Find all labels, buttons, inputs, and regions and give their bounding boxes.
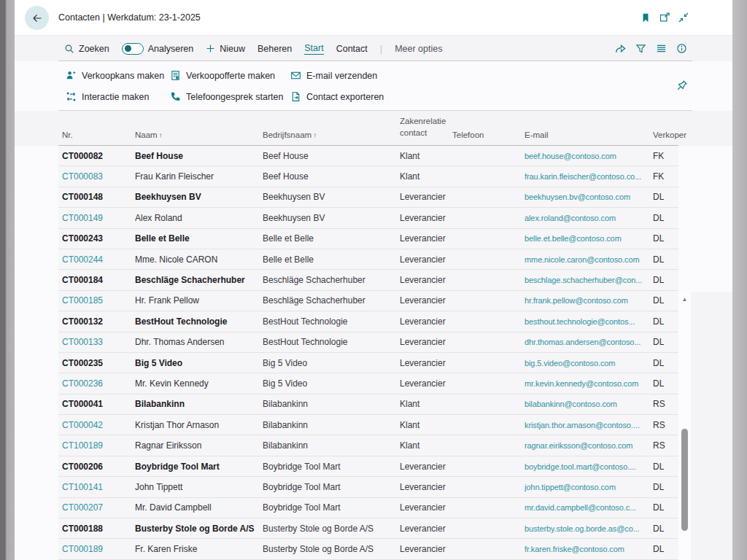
row-nr-link[interactable]: CT000148	[62, 187, 131, 207]
row-nr-link[interactable]: CT000188	[62, 518, 131, 538]
manage-menu[interactable]: Beheren	[258, 44, 292, 54]
create-opportunity-icon	[66, 70, 77, 81]
table-row[interactable]: CT000207 Mr. David Campbell Boybridge To…	[58, 498, 678, 518]
bookmark-icon[interactable]	[640, 12, 651, 23]
search-button[interactable]: Zoeken	[64, 44, 109, 54]
table-row[interactable]: CT000083 Frau Karin Fleischer Beef House…	[58, 166, 678, 187]
table-row[interactable]: CT000206 Boybridge Tool Mart Boybridge T…	[58, 456, 678, 477]
collapse-icon[interactable]	[678, 12, 689, 23]
pushpin-icon[interactable]	[676, 79, 689, 92]
tab-start[interactable]: Start	[304, 43, 323, 55]
row-nr-link[interactable]: CT000243	[62, 229, 131, 249]
start-phone-call-button[interactable]: Telefoongesprek starten	[170, 91, 290, 102]
row-email-link[interactable]: beekhuysen.bv@contoso.com	[525, 187, 651, 207]
create-sales-quote-button[interactable]: Verkoopofferte maken	[170, 70, 290, 81]
row-nr-link[interactable]: CT000082	[62, 146, 131, 166]
row-email-link[interactable]: john.tippett@contoso.com	[525, 477, 651, 497]
column-header-bedrijfsnaam[interactable]: Bedrijfsnaam↑	[263, 131, 317, 139]
row-email-link[interactable]: hr.frank.pellow@contoso.com	[525, 291, 651, 311]
table-row[interactable]: CT000189 Fr. Karen Friske Busterby Stole…	[58, 539, 678, 559]
row-nr-link[interactable]: CT000184	[62, 270, 131, 289]
row-nr-link[interactable]: CT000083	[62, 166, 131, 186]
row-nr-link[interactable]: CT000206	[62, 456, 131, 476]
toggle-knob	[125, 45, 131, 52]
table-row[interactable]: CT000235 Big 5 Video Big 5 Video Leveran…	[58, 353, 678, 373]
row-email-link[interactable]: alex.roland@contoso.com	[525, 208, 651, 228]
row-phone	[452, 498, 519, 518]
column-header-zakenrelatie[interactable]: Zakenrelatie contact	[400, 115, 457, 139]
row-seller: DL	[653, 291, 678, 311]
vertical-scrollbar[interactable]: ▲	[678, 292, 691, 560]
row-email-link[interactable]: busterby.stole.og.borde.as@co...	[525, 518, 651, 538]
table-row[interactable]: CT100141 John Tippett Boybridge Tool Mar…	[58, 477, 678, 497]
row-email-link[interactable]: ragnar.eiriksson@contoso.com	[525, 435, 651, 455]
row-nr-link[interactable]: CT000244	[62, 249, 131, 269]
column-header-verkoper[interactable]: Verkoper	[653, 131, 686, 139]
table-row[interactable]: CT000184 Beschläge Schacherhuber Beschlä…	[58, 270, 678, 290]
row-company: BestHout Technologie	[263, 332, 396, 352]
row-email-link[interactable]: mme.nicole.caron@contoso.com	[525, 249, 651, 269]
row-email-link[interactable]: beschlage.schacherhuber@con...	[525, 270, 651, 289]
open-in-new-window-icon[interactable]	[659, 12, 670, 23]
row-email-link[interactable]: beef.house@contoso.com	[525, 146, 651, 166]
column-header-telefoon[interactable]: Telefoon	[452, 131, 484, 139]
row-nr-link[interactable]: CT000149	[62, 208, 131, 228]
scrollbar-up-icon[interactable]: ▲	[678, 295, 691, 304]
row-nr-link[interactable]: CT000041	[62, 394, 131, 414]
row-email-link[interactable]: belle.et.belle@contoso.com	[525, 229, 651, 249]
tab-contact[interactable]: Contact	[336, 44, 368, 54]
row-email-link[interactable]: kristjan.thor.arnason@contoso....	[525, 415, 651, 435]
row-email-link[interactable]: mr.kevin.kennedy@contoso.com	[525, 373, 651, 393]
row-email-link[interactable]: frau.karin.fleischer@contoso.co...	[525, 166, 651, 186]
create-interaction-button[interactable]: Interactie maken	[66, 91, 170, 102]
column-header-email[interactable]: E-mail	[525, 131, 549, 139]
table-row[interactable]: CT000236 Mr. Kevin Kennedy Big 5 Video L…	[58, 373, 678, 394]
row-seller: FK	[653, 166, 678, 186]
view-list-icon[interactable]	[655, 42, 667, 55]
table-header: Nr. Naam↑ Bedrijfsnaam↑ Zakenrelatie con…	[15, 111, 732, 146]
table-row[interactable]: CT000148 Beekhuysen BV Beekhuysen BV Lev…	[58, 187, 678, 208]
row-nr-link[interactable]: CT100189	[62, 435, 131, 455]
row-email-link[interactable]: dhr.thomas.andersen@contoso...	[525, 332, 651, 352]
row-email-link[interactable]: besthout.technologie@contos...	[525, 311, 651, 331]
table-row[interactable]: CT000244 Mme. Nicole CARON Belle et Bell…	[58, 249, 678, 270]
row-phone	[452, 394, 519, 414]
scrollbar-thumb[interactable]	[681, 429, 688, 531]
info-icon[interactable]	[676, 42, 688, 55]
table-row[interactable]: CT000188 Busterby Stole og Borde A/S Bus…	[58, 518, 678, 539]
share-icon[interactable]	[614, 42, 627, 55]
row-email-link[interactable]: bilabankinn@contoso.com	[525, 394, 651, 414]
create-opportunity-button[interactable]: Verkoopkans maken	[66, 70, 170, 81]
table-row[interactable]: CT100189 Ragnar Eiriksson Bilabankinn Kl…	[58, 435, 678, 456]
table-row[interactable]: CT000133 Dhr. Thomas Andersen BestHout T…	[58, 332, 678, 353]
filter-icon[interactable]	[635, 42, 647, 55]
row-nr-link[interactable]: CT000207	[62, 498, 131, 518]
row-email-link[interactable]: mr.david.campbell@contoso.c...	[525, 498, 651, 518]
table-row[interactable]: CT000149 Alex Roland Beekhuysen BV Lever…	[58, 208, 678, 228]
table-row[interactable]: CT000082 Beef House Beef House Klant bee…	[58, 146, 678, 166]
row-nr-link[interactable]: CT000042	[62, 415, 131, 435]
row-nr-link[interactable]: CT000235	[62, 353, 131, 373]
table-row[interactable]: CT000185 Hr. Frank Pellow Beschläge Scha…	[58, 291, 678, 311]
column-header-nr[interactable]: Nr.	[62, 131, 73, 139]
table-row[interactable]: CT000132 BestHout Technologie BestHout T…	[58, 311, 678, 332]
row-nr-link[interactable]: CT000236	[62, 373, 131, 393]
table-row[interactable]: CT000041 Bilabankinn Bilabankinn Klant b…	[58, 394, 678, 415]
row-email-link[interactable]: boybridge.tool.mart@contoso....	[525, 456, 651, 476]
analyze-toggle[interactable]	[122, 43, 144, 55]
row-nr-link[interactable]: CT000133	[62, 332, 131, 352]
row-nr-link[interactable]: CT000185	[62, 291, 131, 311]
new-button[interactable]: Nieuw	[206, 44, 245, 54]
back-button[interactable]	[25, 6, 49, 30]
table-row[interactable]: CT000243 Belle et Belle Belle et Belle L…	[58, 229, 678, 249]
row-email-link[interactable]: fr.karen.friske@contoso.com	[525, 539, 651, 559]
more-options-menu[interactable]: Meer opties	[395, 44, 442, 54]
export-contact-button[interactable]: Contact exporteren	[290, 91, 394, 102]
table-row[interactable]: CT000042 Kristjan Thor Arnason Bilabanki…	[58, 415, 678, 435]
column-header-naam[interactable]: Naam↑	[135, 131, 163, 139]
send-email-button[interactable]: E-mail verzenden	[290, 70, 394, 81]
row-nr-link[interactable]: CT000132	[62, 311, 131, 331]
row-email-link[interactable]: big.5.video@contoso.com	[525, 353, 651, 373]
row-nr-link[interactable]: CT100141	[62, 477, 131, 497]
row-nr-link[interactable]: CT000189	[62, 539, 131, 559]
